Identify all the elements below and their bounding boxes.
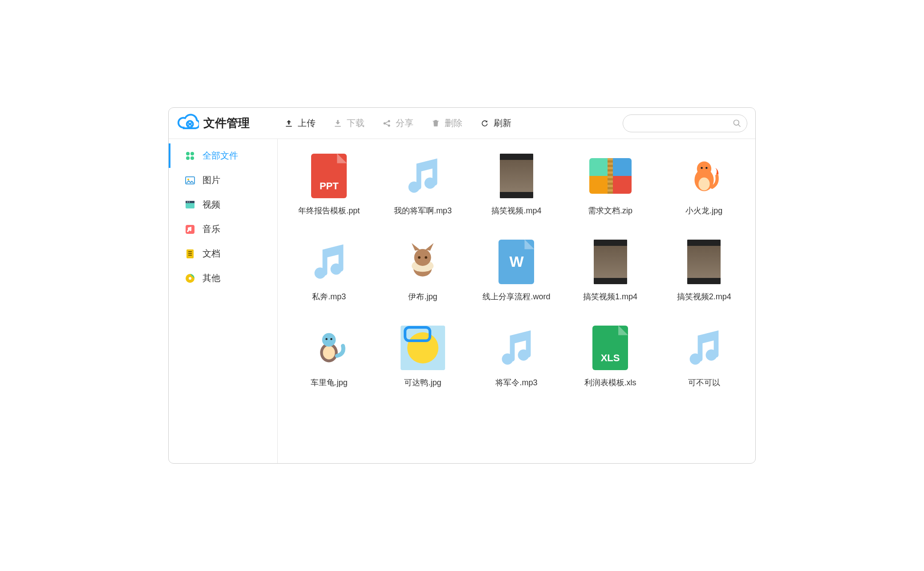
video-file-thumb	[687, 240, 721, 284]
sidebar-item-label: 文档	[203, 248, 220, 260]
app-body: 全部文件 图片 视频 音乐	[169, 139, 755, 463]
file-thumb	[306, 238, 353, 285]
xls-file-icon: XLS	[592, 326, 628, 370]
file-thumb: PPT	[306, 152, 353, 199]
video-icon	[185, 200, 195, 210]
file-thumb: XLS	[587, 324, 634, 371]
sidebar-item-music[interactable]: 音乐	[169, 217, 277, 241]
file-thumb	[399, 324, 446, 371]
zip-file-icon	[589, 158, 632, 194]
file-item[interactable]: 搞笑视频2.mp4	[657, 238, 751, 302]
share-icon	[382, 119, 391, 128]
delete-button[interactable]: 删除	[431, 117, 462, 129]
file-item[interactable]: 搞笑视频1.mp4	[563, 238, 657, 302]
refresh-label: 刷新	[494, 117, 511, 129]
file-name: 可达鸭.jpg	[404, 377, 441, 388]
disc-icon	[185, 273, 195, 284]
file-name: 车里龟.jpg	[311, 377, 348, 388]
file-item[interactable]: 小火龙.jpg	[657, 152, 751, 216]
image-file-thumb	[307, 326, 351, 370]
search-icon	[733, 119, 742, 128]
delete-label: 删除	[445, 117, 462, 129]
file-item[interactable]: PPT 年终报告模板.ppt	[282, 152, 376, 216]
file-thumb	[587, 152, 634, 199]
file-thumb	[681, 152, 727, 199]
share-label: 分享	[396, 117, 413, 129]
sidebar: 全部文件 图片 视频 音乐	[169, 139, 278, 463]
search-input[interactable]	[628, 119, 733, 127]
svg-point-36	[326, 338, 328, 340]
svg-point-31	[418, 256, 421, 259]
refresh-button[interactable]: 刷新	[480, 117, 511, 129]
file-item[interactable]: 可不可以	[657, 324, 751, 388]
svg-point-14	[189, 201, 190, 202]
search-box[interactable]	[623, 114, 747, 132]
video-file-thumb	[594, 240, 627, 284]
file-item[interactable]: 将军令.mp3	[470, 324, 563, 388]
svg-point-22	[698, 177, 709, 190]
file-item[interactable]: XLS 利润表模板.xls	[563, 324, 657, 388]
grid-icon	[185, 151, 195, 161]
svg-point-35	[322, 333, 336, 347]
svg-point-2	[388, 120, 390, 122]
download-label: 下载	[347, 117, 365, 129]
sidebar-item-label: 其他	[203, 272, 220, 284]
music-file-icon	[309, 242, 349, 282]
download-button[interactable]: 下载	[333, 117, 365, 129]
sidebar-item-image[interactable]: 图片	[169, 168, 277, 192]
file-item[interactable]: 车里龟.jpg	[282, 324, 376, 388]
file-name: 需求文档.zip	[588, 205, 632, 216]
sidebar-item-label: 音乐	[203, 223, 220, 235]
music-file-icon	[496, 328, 536, 368]
app-window: 文件管理 上传 下载 分享 删除 刷新	[168, 107, 756, 464]
sidebar-item-other[interactable]: 其他	[169, 266, 277, 290]
file-name: 搞笑视频.mp4	[491, 205, 541, 216]
trash-icon	[431, 119, 440, 128]
file-name: 小火龙.jpg	[685, 205, 722, 216]
word-file-icon: W	[498, 240, 534, 284]
logo-block: 文件管理	[177, 112, 250, 135]
file-name: 利润表模板.xls	[584, 377, 636, 388]
svg-point-32	[425, 256, 428, 259]
file-item[interactable]: 可达鸭.jpg	[376, 324, 470, 388]
file-name: 将军令.mp3	[495, 377, 537, 388]
music-icon	[185, 224, 195, 235]
sidebar-item-label: 图片	[203, 174, 220, 186]
file-name: 可不可以	[688, 377, 720, 388]
file-name: 线上分享流程.word	[482, 291, 550, 302]
document-icon	[185, 249, 195, 259]
file-thumb	[493, 152, 540, 199]
file-item[interactable]: 需求文档.zip	[563, 152, 657, 216]
image-file-thumb	[682, 154, 726, 198]
svg-point-37	[330, 338, 332, 340]
svg-point-4	[734, 120, 739, 125]
sidebar-item-all[interactable]: 全部文件	[169, 143, 277, 168]
file-name: 私奔.mp3	[312, 291, 346, 302]
toolbar-actions: 上传 下载 分享 删除 刷新	[284, 117, 619, 129]
share-button[interactable]: 分享	[382, 117, 413, 129]
svg-point-6	[190, 152, 194, 155]
image-file-thumb	[401, 326, 445, 370]
svg-point-3	[388, 124, 390, 126]
file-name: 搞笑视频1.mp4	[583, 291, 637, 302]
sidebar-item-doc[interactable]: 文档	[169, 241, 277, 266]
file-name: 伊布.jpg	[408, 291, 437, 302]
sidebar-item-label: 视频	[203, 199, 220, 211]
file-item[interactable]: 我的将军啊.mp3	[376, 152, 470, 216]
file-item[interactable]: W 线上分享流程.word	[470, 238, 563, 302]
refresh-icon	[480, 119, 489, 128]
ppt-file-icon: PPT	[311, 154, 347, 198]
file-item[interactable]: 私奔.mp3	[282, 238, 376, 302]
file-item[interactable]: 搞笑视频.mp4	[470, 152, 563, 216]
svg-point-7	[186, 156, 190, 160]
svg-point-8	[190, 156, 194, 160]
svg-point-10	[187, 179, 189, 180]
upload-button[interactable]: 上传	[284, 117, 316, 129]
file-item[interactable]: 伊布.jpg	[376, 238, 470, 302]
file-grid-container[interactable]: PPT 年终报告模板.ppt 我的将军啊.mp3 搞笑视频.mp4 需求文档.z…	[278, 139, 755, 463]
file-thumb	[306, 324, 353, 371]
file-thumb: W	[493, 238, 540, 285]
file-thumb	[399, 152, 446, 199]
toolbar: 文件管理 上传 下载 分享 删除 刷新	[169, 108, 755, 139]
sidebar-item-video[interactable]: 视频	[169, 192, 277, 217]
